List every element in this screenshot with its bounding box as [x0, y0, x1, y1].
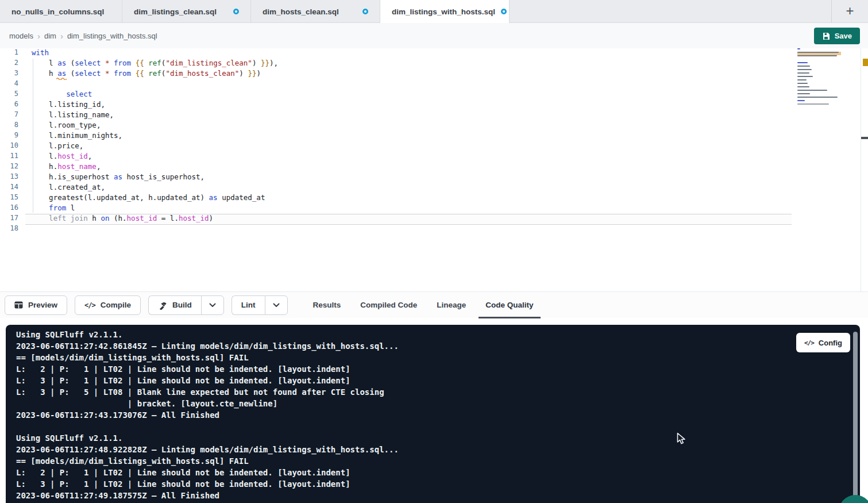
table-icon — [14, 301, 23, 309]
code-line[interactable]: from l — [0, 203, 793, 214]
minimap-line — [797, 62, 808, 63]
terminal-line: L: 3 | P: 5 | LT08 | Blank line expected… — [6, 387, 860, 399]
editor-toolbar: Preview </> Compile Build L — [0, 291, 868, 318]
editor-scrollbar-gutter[interactable] — [861, 48, 861, 291]
config-button-label: Config — [819, 339, 842, 347]
minimap-line — [797, 76, 813, 77]
terminal-line — [6, 422, 860, 433]
chevron-down-icon — [273, 303, 280, 308]
code-line[interactable]: h.is_superhost as host_is_superhost, — [0, 172, 793, 183]
minimap-line — [797, 86, 809, 87]
terminal-line: L: 2 | P: 1 | LT02 | Line should not be … — [6, 468, 860, 479]
code-line[interactable]: l.listing_id, — [0, 100, 793, 110]
minimap-line — [797, 55, 837, 56]
terminal-line: L: 3 | P: 1 | LT02 | Line should not be … — [6, 479, 860, 491]
config-button[interactable]: </> Config — [796, 333, 850, 352]
minimap-line — [797, 79, 807, 80]
result-tab-strip: Results Compiled Code Lineage Code Quali… — [306, 292, 541, 318]
lint-dropdown-button[interactable] — [265, 295, 288, 315]
minimap-line — [797, 83, 808, 84]
tab-lineage-label: Lineage — [437, 301, 466, 309]
file-tab-label: dim_listings_clean.sql — [134, 7, 217, 16]
lint-squiggle-icon — [56, 77, 67, 80]
preview-button-label: Preview — [28, 301, 57, 309]
code-line[interactable]: l.created_at, — [0, 183, 793, 193]
code-line[interactable] — [0, 79, 793, 90]
lint-button-label: Lint — [241, 301, 256, 309]
minimap-line — [797, 69, 812, 70]
chevron-down-icon — [209, 303, 216, 308]
build-button-group: Build — [148, 295, 224, 315]
lint-button[interactable]: Lint — [232, 295, 265, 315]
code-line[interactable]: h as (select * from {{ ref("dim_hosts_cl… — [0, 69, 793, 79]
scroll-annotation-cursor[interactable] — [861, 137, 868, 139]
code-line[interactable]: l as (select * from {{ ref("dim_listings… — [0, 59, 793, 69]
file-tab-dim-hosts-clean[interactable]: dim_hosts_clean.sql — [251, 0, 380, 23]
file-tab-no-nulls-in-columns[interactable]: no_nulls_in_columns.sql — [0, 0, 122, 23]
unsaved-changes-icon — [362, 9, 368, 14]
compile-button-label: Compile — [101, 301, 131, 309]
terminal-panel[interactable]: Using SQLFluff v2.1.1.2023-06-06T11:27:4… — [6, 325, 860, 503]
file-tab-dim-listings-with-hosts[interactable]: dim_listings_with_hosts.sql — [380, 0, 510, 23]
code-area[interactable]: with l as (select * from {{ ref("dim_lis… — [0, 48, 793, 235]
code-line[interactable] — [0, 224, 793, 235]
code-line[interactable]: greatest(l.updated_at, h.updated_at) as … — [0, 193, 793, 203]
breadcrumb: models › dim › dim_listings_with_hosts.s… — [9, 23, 157, 48]
minimap-line — [797, 72, 809, 74]
terminal-line: 2023-06-06T11:27:49.187575Z — All Finish… — [6, 491, 860, 502]
save-button[interactable]: Save — [814, 28, 860, 44]
build-button-label: Build — [172, 301, 192, 309]
tab-results[interactable]: Results — [306, 292, 348, 318]
code-line[interactable]: with — [0, 48, 793, 59]
tab-compiled-code[interactable]: Compiled Code — [353, 292, 424, 318]
minimap-line — [797, 97, 838, 98]
code-line[interactable]: l.price, — [0, 141, 793, 152]
code-line[interactable]: left join h on (h.host_id = l.host_id) — [0, 214, 793, 224]
tab-code-quality-label: Code Quality — [485, 301, 533, 309]
file-tab-label: dim_hosts_clean.sql — [263, 7, 339, 16]
terminal-line: 2023-06-06T11:27:48.922828Z — Linting mo… — [6, 445, 860, 456]
code-line[interactable]: select — [0, 90, 793, 100]
file-path-bar: models › dim › dim_listings_with_hosts.s… — [0, 23, 868, 48]
build-button[interactable]: Build — [148, 295, 201, 315]
terminal-line: 2023-06-06T11:27:43.173076Z — All Finish… — [6, 410, 860, 422]
minimap-line — [797, 66, 810, 67]
code-line[interactable]: l.minimum_nights, — [0, 131, 793, 141]
code-line[interactable]: l.host_id, — [0, 152, 793, 162]
file-tab-label: no_nulls_in_columns.sql — [11, 7, 104, 16]
scroll-annotation-warning[interactable] — [863, 59, 868, 66]
hammer-icon — [158, 301, 167, 310]
breadcrumb-item-models[interactable]: models — [9, 32, 33, 40]
new-tab-button[interactable]: + — [831, 0, 868, 23]
terminal-scrollbar[interactable] — [853, 332, 858, 497]
minimap[interactable] — [797, 48, 841, 123]
build-dropdown-button[interactable] — [201, 295, 224, 315]
tab-results-label: Results — [313, 301, 341, 309]
chevron-right-icon: › — [60, 31, 63, 41]
terminal-line: 2023-06-06T11:27:42.861845Z — Linting mo… — [6, 341, 860, 353]
terminal-line: Using SQLFluff v2.1.1. — [6, 330, 860, 341]
save-button-label: Save — [835, 32, 852, 40]
tab-lineage[interactable]: Lineage — [430, 292, 473, 318]
terminal-line: == [models/dim/dim_listings_with_hosts.s… — [6, 456, 860, 468]
code-editor-pane[interactable]: 123456789101112131415161718 with l as (s… — [0, 48, 868, 291]
code-icon: </> — [84, 301, 95, 309]
editor-tab-strip: no_nulls_in_columns.sql dim_listings_cle… — [0, 0, 868, 23]
code-line[interactable]: l.listing_name, — [0, 110, 793, 121]
save-floppy-icon — [822, 32, 830, 40]
dbt-ide-window: no_nulls_in_columns.sql dim_listings_cle… — [0, 0, 868, 503]
breadcrumb-item-dim[interactable]: dim — [44, 32, 56, 40]
tab-code-quality[interactable]: Code Quality — [479, 292, 540, 318]
minimap-line — [797, 93, 810, 94]
lint-button-group: Lint — [232, 295, 288, 315]
unsaved-changes-icon — [501, 9, 507, 14]
code-line[interactable]: l.room_type, — [0, 121, 793, 131]
preview-button[interactable]: Preview — [5, 295, 67, 315]
minimap-line — [797, 103, 829, 105]
compile-button[interactable]: </> Compile — [75, 295, 141, 315]
file-tab-dim-listings-clean[interactable]: dim_listings_clean.sql — [122, 0, 251, 23]
breadcrumb-item-file: dim_listings_with_hosts.sql — [67, 32, 157, 40]
minimap-line — [797, 52, 839, 53]
minimap-line — [797, 48, 800, 49]
code-line[interactable]: h.host_name, — [0, 162, 793, 172]
